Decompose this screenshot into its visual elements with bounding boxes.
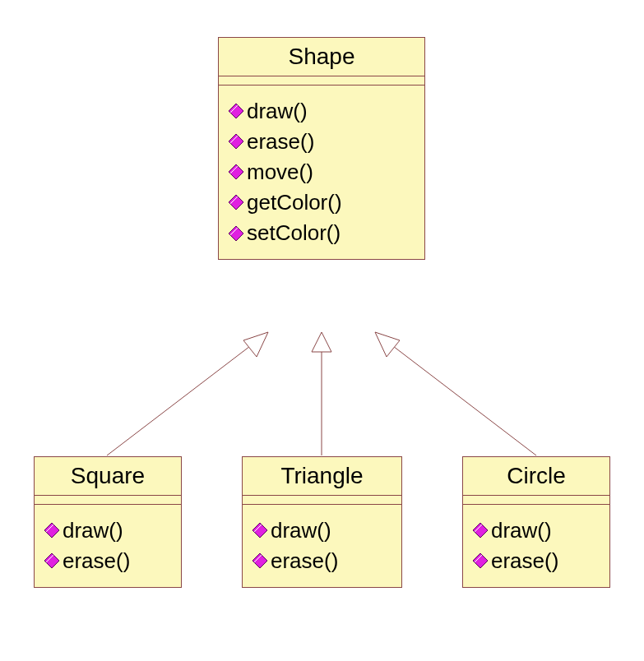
- method-row: erase(): [43, 547, 173, 575]
- method-row: draw(): [471, 516, 601, 545]
- method-diamond-icon: [471, 552, 489, 569]
- class-title: Triangle: [243, 457, 401, 496]
- method-label: erase(): [271, 547, 338, 575]
- method-label: draw(): [271, 516, 331, 545]
- class-title: Square: [35, 457, 181, 496]
- method-row: move(): [227, 158, 416, 187]
- methods-compartment: draw() erase() move() getColor() setColo…: [219, 86, 424, 259]
- class-shape: Shape draw() erase() move() getColor(): [218, 37, 425, 260]
- attributes-compartment: [463, 496, 609, 505]
- svg-marker-1: [243, 332, 268, 357]
- svg-marker-12: [229, 195, 243, 210]
- method-diamond-icon: [227, 194, 245, 210]
- inheritance-arrow-circle: [375, 332, 536, 455]
- method-row: getColor(): [227, 188, 416, 217]
- attributes-compartment: [219, 76, 424, 86]
- method-label: erase(): [63, 547, 130, 575]
- methods-compartment: draw() erase(): [243, 505, 401, 587]
- method-row: setColor(): [227, 219, 416, 247]
- svg-line-0: [107, 344, 253, 455]
- svg-marker-5: [375, 332, 400, 357]
- class-circle: Circle draw() erase(): [462, 456, 610, 588]
- svg-marker-24: [473, 523, 488, 538]
- inheritance-arrow-square: [107, 332, 268, 455]
- method-diamond-icon: [251, 552, 269, 569]
- method-label: draw(): [491, 516, 552, 545]
- method-diamond-icon: [227, 225, 245, 242]
- method-label: move(): [247, 158, 313, 187]
- svg-marker-10: [229, 164, 243, 179]
- method-diamond-icon: [227, 103, 245, 119]
- method-label: draw(): [247, 97, 308, 126]
- class-square: Square draw() erase(): [34, 456, 182, 588]
- svg-line-4: [390, 344, 536, 455]
- method-label: erase(): [491, 547, 558, 575]
- method-row: erase(): [251, 547, 393, 575]
- method-row: erase(): [227, 127, 416, 156]
- method-diamond-icon: [251, 522, 269, 539]
- method-label: setColor(): [247, 219, 341, 247]
- class-title: Shape: [219, 38, 424, 76]
- method-diamond-icon: [227, 133, 245, 150]
- attributes-compartment: [243, 496, 401, 505]
- method-diamond-icon: [43, 552, 61, 569]
- method-label: draw(): [63, 516, 123, 545]
- method-diamond-icon: [227, 164, 245, 180]
- svg-marker-26: [473, 553, 488, 568]
- attributes-compartment: [35, 496, 181, 505]
- svg-marker-6: [229, 104, 243, 118]
- svg-marker-20: [253, 523, 267, 538]
- method-row: draw(): [43, 516, 173, 545]
- svg-marker-22: [253, 553, 267, 568]
- class-title: Circle: [463, 457, 609, 496]
- methods-compartment: draw() erase(): [463, 505, 609, 587]
- svg-marker-14: [229, 226, 243, 241]
- method-diamond-icon: [43, 522, 61, 539]
- svg-marker-18: [44, 553, 59, 568]
- svg-marker-16: [44, 523, 59, 538]
- method-row: draw(): [227, 97, 416, 126]
- inheritance-arrow-triangle: [312, 332, 331, 455]
- svg-marker-3: [312, 332, 331, 352]
- method-diamond-icon: [471, 522, 489, 539]
- method-row: draw(): [251, 516, 393, 545]
- class-triangle: Triangle draw() erase(): [242, 456, 402, 588]
- method-row: erase(): [471, 547, 601, 575]
- method-label: getColor(): [247, 188, 342, 217]
- methods-compartment: draw() erase(): [35, 505, 181, 587]
- svg-marker-8: [229, 134, 243, 149]
- method-label: erase(): [247, 127, 314, 156]
